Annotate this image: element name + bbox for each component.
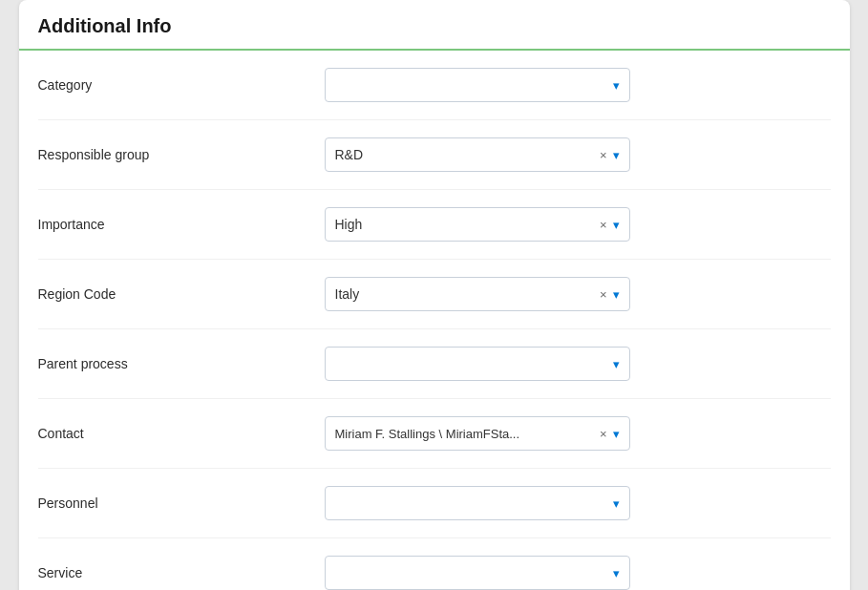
control-responsible-group: R&D×▾ bbox=[325, 137, 630, 172]
additional-info-card: Additional Info Category▾Responsible gro… bbox=[19, 0, 850, 590]
chevron-down-icon-category[interactable]: ▾ bbox=[613, 78, 620, 93]
form-row-importance: ImportanceHigh×▾ bbox=[38, 190, 831, 260]
select-actions-importance: ×▾ bbox=[600, 218, 620, 232]
select-value-contact: Miriam F. Stallings \ MiriamFSta... bbox=[335, 427, 520, 441]
form-row-service: Service▾ bbox=[38, 538, 831, 590]
label-responsible-group: Responsible group bbox=[38, 147, 325, 162]
control-importance: High×▾ bbox=[325, 207, 630, 242]
select-service[interactable]: ▾ bbox=[325, 556, 630, 590]
form-row-responsible-group: Responsible groupR&D×▾ bbox=[38, 120, 831, 190]
control-region-code: Italy×▾ bbox=[325, 277, 630, 311]
label-contact: Contact bbox=[38, 426, 325, 441]
label-personnel: Personnel bbox=[38, 495, 325, 511]
card-header: Additional Info bbox=[19, 0, 850, 51]
form-row-personnel: Personnel▾ bbox=[38, 469, 831, 538]
select-parent-process[interactable]: ▾ bbox=[325, 347, 630, 381]
chevron-down-icon-personnel[interactable]: ▾ bbox=[613, 496, 620, 511]
label-importance: Importance bbox=[38, 217, 325, 232]
clear-button-importance[interactable]: × bbox=[600, 219, 607, 231]
select-personnel[interactable]: ▾ bbox=[325, 486, 630, 520]
clear-button-region-code[interactable]: × bbox=[600, 288, 607, 301]
card-title: Additional Info bbox=[38, 15, 172, 36]
card-body: Category▾Responsible groupR&D×▾Importanc… bbox=[19, 51, 850, 590]
select-contact[interactable]: Miriam F. Stallings \ MiriamFSta...×▾ bbox=[325, 416, 630, 451]
form-row-category: Category▾ bbox=[38, 51, 831, 120]
select-actions-personnel: ▾ bbox=[613, 496, 620, 511]
select-importance[interactable]: High×▾ bbox=[325, 207, 630, 242]
select-value-importance: High bbox=[335, 217, 600, 232]
chevron-down-icon-parent-process[interactable]: ▾ bbox=[613, 357, 620, 371]
control-personnel: ▾ bbox=[325, 486, 630, 520]
clear-button-contact[interactable]: × bbox=[600, 428, 607, 440]
control-contact: Miriam F. Stallings \ MiriamFSta...×▾ bbox=[325, 416, 630, 451]
chevron-down-icon-region-code[interactable]: ▾ bbox=[613, 287, 620, 302]
control-service: ▾ bbox=[325, 556, 630, 590]
select-actions-category: ▾ bbox=[613, 78, 620, 93]
chevron-down-icon-contact[interactable]: ▾ bbox=[613, 427, 620, 441]
select-actions-service: ▾ bbox=[613, 566, 620, 580]
select-region-code[interactable]: Italy×▾ bbox=[325, 277, 630, 311]
clear-button-responsible-group[interactable]: × bbox=[600, 149, 607, 161]
chevron-down-icon-service[interactable]: ▾ bbox=[613, 566, 620, 580]
form-row-parent-process: Parent process▾ bbox=[38, 329, 831, 399]
chevron-down-icon-responsible-group[interactable]: ▾ bbox=[613, 148, 620, 162]
label-category: Category bbox=[38, 77, 325, 93]
label-parent-process: Parent process bbox=[38, 356, 325, 371]
select-actions-parent-process: ▾ bbox=[613, 357, 620, 371]
select-actions-region-code: ×▾ bbox=[600, 287, 620, 302]
label-region-code: Region Code bbox=[38, 286, 325, 302]
control-parent-process: ▾ bbox=[325, 347, 630, 381]
form-row-contact: ContactMiriam F. Stallings \ MiriamFSta.… bbox=[38, 399, 831, 469]
select-actions-contact: ×▾ bbox=[600, 427, 620, 441]
select-value-region-code: Italy bbox=[335, 286, 600, 302]
label-service: Service bbox=[38, 565, 325, 580]
select-value-responsible-group: R&D bbox=[335, 147, 600, 162]
select-responsible-group[interactable]: R&D×▾ bbox=[325, 137, 630, 172]
control-category: ▾ bbox=[325, 68, 630, 102]
chevron-down-icon-importance[interactable]: ▾ bbox=[613, 218, 620, 232]
form-row-region-code: Region CodeItaly×▾ bbox=[38, 260, 831, 329]
select-actions-responsible-group: ×▾ bbox=[600, 148, 620, 162]
select-category[interactable]: ▾ bbox=[325, 68, 630, 102]
